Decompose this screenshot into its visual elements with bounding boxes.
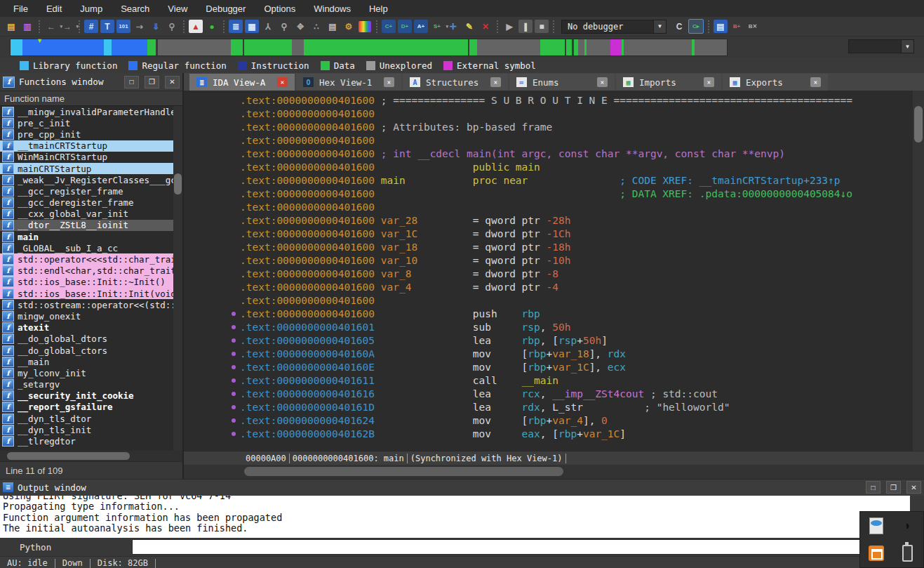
tray-usb-device-icon[interactable] — [892, 540, 923, 568]
function-row[interactable]: f__main — [0, 356, 182, 367]
function-row[interactable]: f_GLOBAL__sub_I_a_cc — [0, 242, 182, 253]
function-row[interactable]: f__mingw_invalidParameterHandler — [0, 106, 182, 117]
menu-windows[interactable]: Windows — [304, 1, 360, 16]
create-name-icon[interactable]: A+ — [414, 20, 428, 33]
disassembly-line[interactable]: .text:0000000000401600 var_4 = dword ptr… — [184, 281, 924, 294]
scrollbar-thumb[interactable] — [914, 106, 923, 143]
undefine-icon[interactable]: ✕ — [478, 20, 493, 33]
analysis-indicator-icon[interactable]: ● — [205, 20, 219, 33]
function-row[interactable]: fstd::endl<char,std::char_traits<char — [0, 265, 182, 277]
function-row[interactable]: fpre_c_init — [0, 117, 182, 128]
create-code-icon[interactable]: C+ — [382, 20, 396, 33]
functions-vertical-scrollbar[interactable] — [173, 106, 182, 451]
flowchart-icon[interactable]: ⅄ — [261, 20, 275, 33]
menu-edit[interactable]: Edit — [37, 1, 71, 16]
chevron-down-icon[interactable]: ▼ — [653, 20, 666, 33]
search-text-icon[interactable]: T — [100, 20, 114, 33]
search-sequence-icon[interactable]: 101 — [116, 20, 130, 33]
menu-jump[interactable]: Jump — [71, 1, 112, 16]
search-again-icon[interactable]: ⚲ — [165, 20, 179, 33]
float-button[interactable]: ❐ — [886, 481, 901, 494]
disassembly-line[interactable]: .text:0000000000401624 mov [rbp+var_4], … — [184, 414, 924, 428]
tray-satellite-dish-icon[interactable]: ◗ — [892, 512, 923, 540]
function-row[interactable]: fatexit — [0, 322, 182, 333]
function-row[interactable]: fstd::ostream::operator<<(std::ostrea — [0, 299, 182, 310]
create-data-icon[interactable]: D+ — [398, 20, 412, 33]
function-row[interactable]: f__do_global_dtors — [0, 333, 182, 345]
tab-exports[interactable]: ▦Exports✕ — [723, 74, 828, 91]
function-row[interactable]: f__cxx_global_var_init — [0, 209, 182, 220]
float-button[interactable]: ❐ — [145, 76, 159, 88]
menu-file[interactable]: File — [4, 1, 37, 16]
output-log[interactable]: Using FLIRT signature: SEH for vc64 7-14… — [0, 496, 910, 539]
disassembly-vertical-scrollbar[interactable] — [913, 91, 924, 451]
function-row[interactable]: fmain — [0, 231, 182, 242]
chevron-down-icon[interactable]: ▼ — [901, 40, 913, 53]
disassembly-line[interactable]: .text:0000000000401600 — [184, 134, 924, 147]
disassembly-line[interactable]: .text:0000000000401600 ; Attributes: bp-… — [184, 121, 924, 134]
scrollbar-thumb[interactable] — [244, 467, 563, 476]
function-row[interactable]: f__tlregdtor — [0, 435, 182, 447]
disassembly-line[interactable]: .text:0000000000401600 — [184, 294, 924, 308]
scrollbar-thumb[interactable] — [174, 173, 182, 194]
python-command-input[interactable] — [132, 539, 924, 555]
functions-horizontal-scrollbar[interactable] — [0, 451, 182, 461]
disassembly-line[interactable]: .text:0000000000401601 sub rsp, 50h — [184, 321, 924, 334]
function-row[interactable]: f__security_init_cookie — [0, 390, 182, 402]
function-row[interactable]: fmy_lconv_init — [0, 367, 182, 378]
function-row[interactable]: f__gcc_deregister_frame — [0, 197, 182, 209]
colors-icon[interactable] — [358, 20, 372, 33]
function-row[interactable]: fmainCRTStartup — [0, 163, 182, 174]
menu-search[interactable]: Search — [112, 1, 159, 16]
remove-breakpoint-icon[interactable]: B✕ — [746, 20, 760, 33]
graph-view-icon[interactable]: ▦ — [245, 20, 259, 33]
debugger-stop-icon[interactable]: ■ — [535, 20, 549, 33]
search-immediate-icon[interactable]: # — [84, 20, 98, 33]
callgraph-icon[interactable]: ∴ — [309, 20, 323, 33]
disassembly-line[interactable]: .text:0000000000401605 lea rbp, [rsp+50h… — [184, 334, 924, 348]
function-row[interactable]: fstd::ios_base::Init::~Init() — [0, 277, 182, 288]
tab-close-icon[interactable]: ✕ — [597, 77, 608, 87]
disassembly-line[interactable]: .text:0000000000401600 var_10 = qword pt… — [184, 254, 924, 268]
disassembly-line[interactable]: .text:0000000000401600 ; ===============… — [184, 94, 924, 107]
function-row[interactable]: f__dyn_tls_init — [0, 424, 182, 435]
function-row[interactable]: fWinMainCRTStartup — [0, 152, 182, 163]
function-row[interactable]: f__do_global_ctors — [0, 345, 182, 356]
close-button[interactable]: ✕ — [906, 481, 921, 494]
function-row[interactable]: fmingw_onexit — [0, 310, 182, 322]
maximize-button[interactable]: □ — [124, 76, 139, 88]
tab-close-icon[interactable]: ✕ — [277, 77, 288, 87]
disassembly-line[interactable]: .text:0000000000401611 call __main — [184, 374, 924, 388]
disassembly-line[interactable]: .text:0000000000401600 — [184, 107, 924, 121]
disassembly-line[interactable]: .text:000000000040162B mov eax, [rbp+var… — [184, 428, 924, 441]
options-gear-icon[interactable]: ⚙ — [342, 20, 356, 33]
disassembly-line[interactable]: .text:0000000000401600 ; int __cdecl mai… — [184, 147, 924, 161]
tab-close-icon[interactable]: ✕ — [704, 77, 714, 87]
disassembly-line[interactable]: .text:0000000000401600 var_1C = dword pt… — [184, 227, 924, 241]
tab-close-icon[interactable]: ✕ — [490, 77, 501, 87]
tab-structures[interactable]: AStructures✕ — [403, 74, 508, 91]
function-row[interactable]: f_setargv — [0, 379, 182, 390]
fit-view-icon[interactable]: ✥ — [293, 20, 307, 33]
function-row[interactable]: fstd::operator<<<std::char_traits<cha — [0, 253, 182, 265]
tab-close-icon[interactable]: ✕ — [384, 77, 394, 87]
zoom-search-icon[interactable]: ⚲ — [277, 20, 291, 33]
navigate-forward-icon[interactable]: →▾ — [60, 20, 74, 33]
disassembly-line[interactable]: .text:0000000000401600 push rbp — [184, 308, 924, 321]
disassembly-line[interactable]: .text:0000000000401616 lea rcx, __imp__Z… — [184, 388, 924, 401]
disassembly-line[interactable]: .text:0000000000401600 main proc near ; … — [184, 174, 924, 187]
scrollbar-thumb[interactable] — [7, 452, 130, 460]
function-row[interactable]: f__tmainCRTStartup — [0, 140, 182, 152]
disassembly-line[interactable]: .text:000000000040161D lea rdx, L_str ; … — [184, 401, 924, 414]
print-icon[interactable]: ▤ — [326, 20, 340, 33]
function-name-column-header[interactable]: Function name — [0, 91, 182, 106]
text-view-icon[interactable]: ≣ — [229, 20, 243, 33]
jump-next-icon[interactable]: ⇢ — [133, 20, 147, 33]
edit-comment-icon[interactable]: ✎ — [462, 20, 476, 33]
save-file-icon[interactable]: ▥ — [20, 20, 34, 33]
jump-address-icon[interactable]: ⇓ — [149, 20, 163, 33]
attach-process-icon[interactable]: C — [672, 20, 686, 33]
tab-hex-view-1[interactable]: OHex View-1✕ — [296, 74, 401, 91]
navigation-band[interactable] — [10, 39, 728, 56]
tab-ida-view-a[interactable]: ≣IDA View-A✕ — [189, 74, 295, 91]
